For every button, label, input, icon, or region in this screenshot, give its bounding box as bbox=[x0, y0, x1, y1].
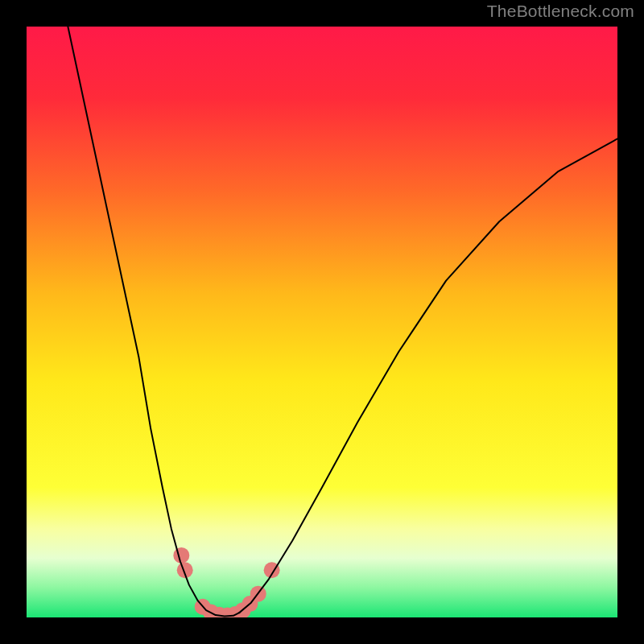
watermark-text: TheBottleneck.com bbox=[487, 2, 634, 21]
plot-area bbox=[27, 27, 617, 617]
series-left-curve bbox=[68, 27, 216, 615]
chart-frame: TheBottleneck.com bbox=[0, 0, 644, 644]
marker-point bbox=[173, 547, 189, 564]
curve-layer bbox=[27, 27, 617, 617]
marker-group bbox=[173, 547, 279, 617]
line-group bbox=[68, 27, 617, 617]
series-right-curve bbox=[239, 138, 617, 613]
